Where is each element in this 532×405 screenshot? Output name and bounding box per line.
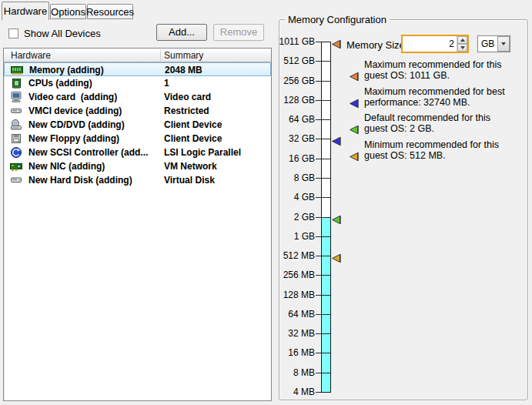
show-all-devices-checkbox[interactable] [8,28,18,38]
memory-size-value[interactable]: 2 [403,36,457,52]
scale-tick-mark [316,353,321,353]
table-row[interactable]: Video card (adding) Video card [4,90,271,104]
scale-tick-mark [316,100,321,101]
scale-segment-line [322,178,330,179]
default-recommended-legend-icon [349,123,359,132]
table-row[interactable]: New NIC (adding) VM Network [4,159,271,173]
scale-segment-line [322,256,330,256]
up-arrow-icon [460,38,465,42]
minimum-recommended-marker[interactable] [331,252,341,260]
default-recommended-marker[interactable] [331,213,341,222]
scale-tick-mark [316,81,321,82]
memory-size-label: Memory Size: [346,39,407,51]
device-name: New Floppy (adding) [28,133,119,144]
memory-icon [11,64,23,76]
scale-tick-mark [316,256,321,256]
tab-resources[interactable]: Resources [87,4,133,19]
add-button[interactable]: Add... [156,24,207,41]
scale-tick-label: 16 MB [271,348,315,358]
scale-tick-label: 64 GB [271,115,315,125]
video-card-icon [10,91,22,103]
scale-tick-label: 8 MB [271,368,315,378]
device-summary: Virtual Disk [164,175,215,186]
device-summary: VM Network [164,161,217,172]
scale-tick-mark [316,197,321,198]
scale-tick-label: 32 MB [271,329,315,339]
table-header: Hardware Summary [4,49,271,62]
dropdown-button[interactable] [497,36,510,52]
scale-tick-label: 128 GB [271,95,315,105]
scale-tick-label: 32 GB [271,134,315,144]
vm-settings-dialog: Hardware Options Resources Show All Devi… [0,0,532,405]
device-summary: LSI Logic Parallel [164,147,241,158]
scale-tick-mark [316,42,321,42]
scale-tick-label: 512 GB [271,56,315,66]
scale-segment-line [322,333,330,334]
vmci-device-icon [10,105,22,117]
scale-tick-mark [316,295,321,296]
device-summary: 1 [164,78,169,89]
scale-tick-label: 128 MB [271,290,315,300]
max-guest-os-marker[interactable] [331,38,341,46]
floppy-icon [10,132,22,145]
table-row[interactable]: New Floppy (adding) Client Device [4,132,271,146]
memory-scale-bar[interactable] [321,42,331,393]
note-text: Minimum recommended for thisguest OS: 51… [364,139,499,161]
memory-size-spinner[interactable]: 2 [401,35,469,53]
scale-segment-line [322,139,330,139]
column-header-summary[interactable]: Summary [164,50,203,61]
scale-tick-mark [316,178,321,179]
remove-button: Remove [213,24,264,41]
scale-segment-line [322,100,330,101]
scale-tick-label: 1011 GB [271,37,315,47]
device-name: New NIC (adding) [28,161,105,172]
max-guest-os-legend-icon [349,70,359,79]
scale-tick-mark [316,373,321,373]
scsi-controller-icon [10,146,22,159]
tab-hardware[interactable]: Hardware [2,2,49,20]
hardware-device-table: Hardware Summary Memory (adding) 2048 MB… [3,48,272,401]
table-row[interactable]: VMCI device (adding) Restricted [4,104,271,118]
scale-segment-line [322,217,330,218]
device-summary: Video card [164,92,211,102]
table-row[interactable]: New Hard Disk (adding) Virtual Disk [4,173,271,187]
memory-unit-dropdown[interactable]: GB [477,35,510,52]
best-performance-legend-icon [349,97,359,105]
column-divider [160,49,161,62]
scale-tick-label: 4 MB [271,387,315,397]
scale-tick-label: 16 GB [271,154,315,164]
best-performance-marker[interactable] [331,135,341,143]
scale-segment-line [322,275,330,276]
scale-tick-mark [316,139,321,139]
memory-configuration-title: Memory Configuration [285,14,390,25]
table-row[interactable]: New SCSI Controller (add... LSI Logic Pa… [4,146,271,159]
device-name: New Hard Disk (adding) [28,175,132,186]
column-header-hardware[interactable]: Hardware [11,50,51,61]
down-arrow-icon [460,46,465,49]
device-name: VMCI device (adding) [28,105,122,116]
show-all-devices-label[interactable]: Show All Devices [24,28,101,39]
device-summary: Client Device [164,133,222,144]
spin-up-button[interactable] [457,36,467,44]
scale-tick-label: 8 GB [271,173,315,183]
device-summary: Client Device [164,119,222,130]
scale-tick-mark [316,314,321,315]
table-row[interactable]: Memory (adding) 2048 MB [4,62,271,76]
device-name: Memory (adding) [29,65,104,75]
device-summary: Restricted [164,105,209,116]
table-row[interactable]: New CD/DVD (adding) Client Device [4,118,271,132]
hard-disk-icon [10,174,22,186]
memory-scale-fill [322,217,330,392]
chevron-down-icon [501,42,506,45]
scale-tick-label: 2 GB [271,213,315,223]
scale-segment-line [322,353,330,353]
tab-options[interactable]: Options [50,4,86,19]
scale-tick-label: 4 GB [271,192,315,202]
scale-segment-line [322,197,330,198]
note-text: Maximum recommended for bestperformance:… [364,86,505,108]
table-row[interactable]: CPUs (adding) 1 [4,76,271,90]
nic-icon [10,160,22,172]
scale-segment-line [322,159,330,159]
spin-down-button[interactable] [457,44,467,52]
minimum-recommended-legend-icon [349,150,359,159]
